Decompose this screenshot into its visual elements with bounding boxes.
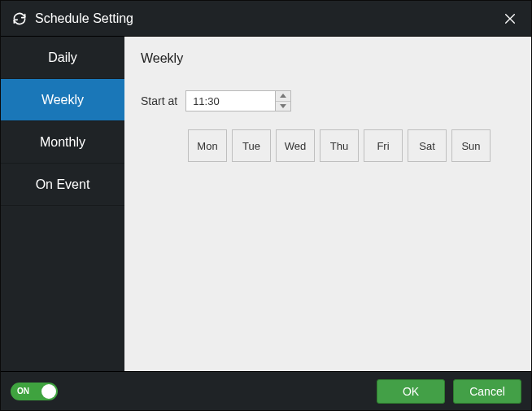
cancel-button[interactable]: Cancel bbox=[453, 379, 521, 404]
toggle-knob bbox=[41, 384, 56, 399]
spinner-up-button[interactable] bbox=[276, 91, 290, 102]
days-of-week: Mon Tue Wed Thu Fri Sat Sun bbox=[188, 129, 515, 162]
dialog-title: Schedule Setting bbox=[35, 11, 499, 26]
sidebar-tab-on-event[interactable]: On Event bbox=[1, 164, 124, 206]
day-toggle-wed[interactable]: Wed bbox=[276, 129, 315, 162]
sync-icon bbox=[12, 11, 27, 26]
day-toggle-thu[interactable]: Thu bbox=[320, 129, 359, 162]
spinner-down-button[interactable] bbox=[276, 102, 290, 111]
dialog-body: Daily Weekly Monthly On Event Weekly Sta… bbox=[1, 37, 531, 371]
day-toggle-fri[interactable]: Fri bbox=[364, 129, 403, 162]
chevron-up-icon bbox=[280, 94, 286, 98]
start-time-input[interactable] bbox=[185, 90, 275, 111]
main-panel: Weekly Start at Mon bbox=[124, 37, 531, 371]
schedule-setting-dialog: Schedule Setting Daily Weekly Monthly On… bbox=[0, 0, 532, 411]
close-button[interactable] bbox=[499, 7, 521, 30]
day-toggle-sat[interactable]: Sat bbox=[408, 129, 447, 162]
start-time-row: Start at bbox=[141, 90, 515, 111]
toggle-label: ON bbox=[17, 387, 29, 396]
schedule-enabled-toggle[interactable]: ON bbox=[11, 383, 58, 400]
day-toggle-mon[interactable]: Mon bbox=[188, 129, 227, 162]
ok-button[interactable]: OK bbox=[377, 379, 445, 404]
sidebar-tab-weekly[interactable]: Weekly bbox=[1, 79, 124, 121]
close-icon bbox=[504, 12, 517, 25]
day-toggle-sun[interactable]: Sun bbox=[451, 129, 491, 162]
panel-heading: Weekly bbox=[141, 51, 515, 66]
sidebar-tab-daily[interactable]: Daily bbox=[1, 37, 124, 79]
dialog-footer: ON OK Cancel bbox=[1, 371, 531, 410]
sidebar-tab-monthly[interactable]: Monthly bbox=[1, 121, 124, 164]
start-time-spinner bbox=[185, 90, 291, 111]
day-toggle-tue[interactable]: Tue bbox=[232, 129, 271, 162]
titlebar: Schedule Setting bbox=[1, 1, 531, 37]
sidebar: Daily Weekly Monthly On Event bbox=[1, 37, 124, 371]
chevron-down-icon bbox=[280, 104, 286, 108]
spinner-arrows bbox=[275, 90, 291, 111]
start-at-label: Start at bbox=[141, 94, 177, 107]
